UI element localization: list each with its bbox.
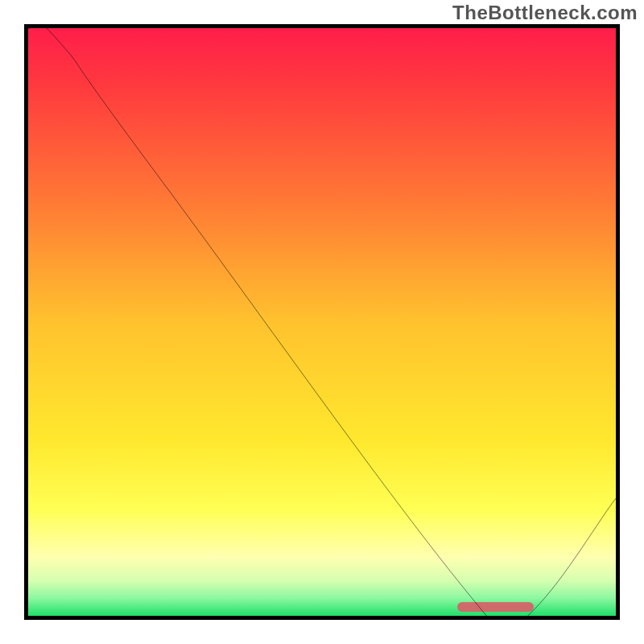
chart-frame: TheBottleneck.com [0,0,644,644]
curve-path [28,28,616,616]
plot-area [24,24,620,620]
watermark-text: TheBottleneck.com [452,2,638,24]
bottleneck-curve [28,28,616,616]
